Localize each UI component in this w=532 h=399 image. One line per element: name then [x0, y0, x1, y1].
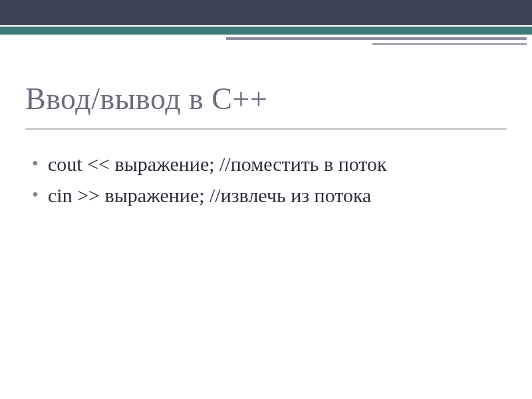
- bullet-list: cout << выражение; //поместить в поток c…: [25, 151, 507, 209]
- header-teal-bar: [0, 25, 532, 35]
- title-underline: [25, 128, 507, 130]
- decorative-line-1: [226, 37, 527, 40]
- bullet-item: cout << выражение; //поместить в поток: [32, 151, 507, 178]
- header-dark-bar: [0, 0, 532, 25]
- slide-content: Ввод/вывод в C++ cout << выражение; //по…: [0, 35, 532, 209]
- decorative-line-2: [372, 43, 527, 45]
- bullet-item: cin >> выражение; //извлечь из потока: [32, 182, 507, 209]
- slide-title: Ввод/вывод в C++: [25, 81, 507, 116]
